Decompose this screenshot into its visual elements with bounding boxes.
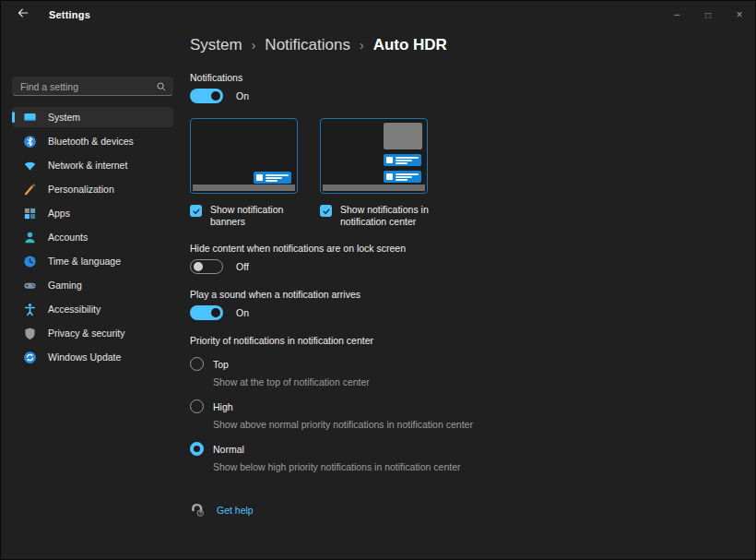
sidebar-item-label: Time & language <box>48 256 121 267</box>
sidebar-item-windows-update[interactable]: Windows Update <box>12 347 173 367</box>
sidebar-item-label: Windows Update <box>48 351 121 363</box>
play-a-sound-when-a-notification-arrives-setting: Play a sound when a notification arrives… <box>190 289 733 320</box>
get-help-link[interactable]: Get help <box>217 505 254 516</box>
gaming-icon <box>23 279 37 292</box>
checkmark-icon <box>192 203 201 220</box>
personalization-icon <box>23 183 37 197</box>
priority-heading: Priority of notifications in notificatio… <box>190 335 733 346</box>
normal-radio[interactable] <box>190 442 204 456</box>
bluetooth-icon <box>23 135 37 149</box>
checkbox-label: Show notification banners <box>210 204 298 228</box>
hide-content-when-notifications-are-on-lock-screen-setting: Hide content when notifications are on l… <box>190 243 733 274</box>
notification-center-preview[interactable] <box>320 118 428 194</box>
sidebar-item-system[interactable]: System <box>12 107 173 127</box>
titlebar: Settings −□× <box>1 1 755 29</box>
breadcrumb-auto-hdr: Auto HDR <box>373 36 447 54</box>
checkmark-icon <box>322 203 331 220</box>
svg-text:?: ? <box>199 511 202 516</box>
notification-preview-cards: Show notification bannersShow notificati… <box>190 118 733 228</box>
sidebar-item-time-language[interactable]: Time & language <box>12 251 173 271</box>
accounts-icon <box>23 231 37 244</box>
back-button[interactable] <box>14 6 32 24</box>
sidebar-item-label: Personalization <box>48 184 114 195</box>
sidebar-item-gaming[interactable]: Gaming <box>12 275 173 295</box>
show-notifications-in-notification-center-checkbox[interactable] <box>320 205 332 217</box>
system-icon <box>23 111 37 125</box>
priority-option-high: HighShow above normal priority notificat… <box>190 399 733 430</box>
notifications-toggle-row: On <box>190 89 733 103</box>
sidebar-item-label: Network & internet <box>48 160 127 171</box>
breadcrumb-notifications[interactable]: Notifications <box>265 36 350 54</box>
hide-content-when-notifications-are-on-lock-screen-toggle[interactable] <box>190 259 223 274</box>
sidebar-item-label: Accounts <box>48 232 88 243</box>
notification-center-preview-section: Show notifications in notification cente… <box>320 118 429 228</box>
window-title: Settings <box>49 9 90 20</box>
radio-label: Top <box>213 359 229 370</box>
radio-label: High <box>213 401 233 412</box>
apps-icon <box>23 207 37 220</box>
breadcrumb-separator: › <box>360 38 364 53</box>
show-notification-banners-checkbox[interactable] <box>190 205 202 217</box>
sidebar-item-privacy-security[interactable]: Privacy & security <box>12 323 173 343</box>
sidebar-item-accessibility[interactable]: Accessibility <box>12 299 173 319</box>
search-icon <box>156 81 167 92</box>
extra-toggles: Hide content when notifications are on l… <box>190 243 733 320</box>
radio-label: Normal <box>213 444 244 455</box>
banner-preview-section: Show notification banners <box>190 118 298 228</box>
search-input[interactable] <box>20 81 156 92</box>
minimize-button[interactable]: − <box>661 1 692 29</box>
breadcrumb-system[interactable]: System <box>190 36 242 54</box>
priority-option-top: TopShow at the top of notification cente… <box>190 357 733 387</box>
high-radio[interactable] <box>190 399 204 413</box>
sidebar-item-personalization[interactable]: Personalization <box>12 179 173 199</box>
priority-radio-group: TopShow at the top of notification cente… <box>190 357 733 472</box>
banner-preview[interactable] <box>190 118 298 194</box>
notifications-toggle[interactable] <box>190 89 223 103</box>
sidebar-item-label: Accessibility <box>48 304 100 315</box>
checkbox-label: Show notifications in notification cente… <box>340 204 429 228</box>
setting-label: Play a sound when a notification arrives <box>190 289 733 300</box>
sidebar-item-label: Privacy & security <box>48 328 124 339</box>
priority-option-normal: NormalShow below high priority notificat… <box>190 442 733 472</box>
privacy-security-icon <box>23 327 37 340</box>
close-button[interactable]: × <box>724 1 755 29</box>
play-a-sound-when-a-notification-arrives-toggle[interactable] <box>190 305 223 320</box>
sidebar-item-bluetooth-devices[interactable]: Bluetooth & devices <box>12 131 173 151</box>
top-radio[interactable] <box>190 357 204 371</box>
radio-description: Show below high priority notifications i… <box>213 461 733 472</box>
sidebar-item-label: System <box>48 112 80 123</box>
help-icon: ? <box>190 502 206 518</box>
sidebar: SystemBluetooth & devicesNetwork & inter… <box>1 29 179 560</box>
sidebar-item-apps[interactable]: Apps <box>12 203 173 223</box>
settings-window: Settings −□× SystemBluetooth & devicesNe… <box>0 0 756 560</box>
sidebar-item-label: Apps <box>48 208 70 219</box>
sidebar-nav: SystemBluetooth & devicesNetwork & inter… <box>12 107 173 367</box>
sidebar-item-label: Bluetooth & devices <box>48 136 134 147</box>
get-help-row: ? Get help <box>190 502 733 518</box>
windows-update-icon <box>23 351 37 364</box>
setting-label: Hide content when notifications are on l… <box>190 243 733 254</box>
search-box[interactable] <box>12 77 173 96</box>
sidebar-item-network-internet[interactable]: Network & internet <box>12 155 173 175</box>
toggle-state: On <box>236 307 249 318</box>
main-content: System›Notifications›Auto HDR Notificati… <box>179 29 755 560</box>
breadcrumb: System›Notifications›Auto HDR <box>190 33 733 57</box>
sidebar-item-accounts[interactable]: Accounts <box>12 227 173 247</box>
breadcrumb-separator: › <box>252 38 256 53</box>
time-language-icon <box>23 255 37 268</box>
toggle-state: Off <box>236 261 249 272</box>
notifications-label: Notifications <box>190 72 733 83</box>
maximize-button[interactable]: □ <box>692 1 724 29</box>
radio-description: Show above normal priority notifications… <box>213 419 733 430</box>
window-controls: −□× <box>661 1 755 29</box>
back-arrow-icon <box>17 6 30 23</box>
network-icon <box>23 159 37 173</box>
radio-description: Show at the top of notification center <box>213 376 733 387</box>
notifications-toggle-state: On <box>236 90 249 101</box>
accessibility-icon <box>23 303 37 316</box>
sidebar-item-label: Gaming <box>48 280 82 291</box>
